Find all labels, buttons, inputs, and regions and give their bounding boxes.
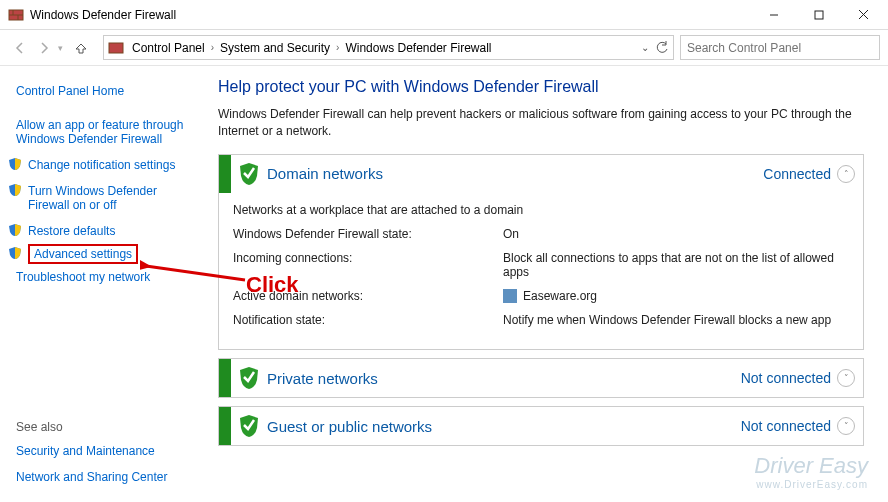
chevron-down-icon[interactable]: ˅ [837, 369, 855, 387]
sidebar-home[interactable]: Control Panel Home [10, 78, 200, 104]
svg-rect-8 [109, 43, 123, 53]
sidebar-allow-app[interactable]: Allow an app or feature through Windows … [10, 112, 200, 152]
guest-panel-title: Guest or public networks [267, 418, 432, 435]
incoming-label: Incoming connections: [233, 251, 503, 279]
address-dropdown-icon[interactable]: ⌄ [641, 42, 649, 53]
sidebar-security-maintenance[interactable]: Security and Maintenance [10, 438, 200, 464]
svg-rect-5 [815, 11, 823, 19]
chevron-down-icon[interactable]: ˅ [837, 417, 855, 435]
guest-networks-panel: Guest or public networks Not connected ˅ [218, 406, 864, 446]
domain-subdesc: Networks at a workplace that are attache… [233, 203, 849, 217]
status-bar [219, 407, 231, 445]
firewall-breadcrumb-icon [108, 40, 124, 56]
active-value: Easeware.org [503, 289, 849, 304]
domain-icon [503, 289, 517, 303]
sidebar-turn-onoff[interactable]: Turn Windows Defender Firewall on or off [10, 178, 200, 218]
sidebar: Control Panel Home Allow an app or featu… [0, 66, 210, 502]
shield-icon [8, 246, 22, 260]
minimize-button[interactable] [751, 0, 796, 29]
domain-panel-title: Domain networks [267, 165, 383, 182]
page-description: Windows Defender Firewall can help preve… [218, 106, 864, 140]
close-button[interactable] [841, 0, 886, 29]
domain-networks-panel: Domain networks Connected ˄ Networks at … [218, 154, 864, 351]
status-bar [219, 359, 231, 397]
sidebar-change-notification[interactable]: Change notification settings [10, 152, 200, 178]
active-label: Active domain networks: [233, 289, 503, 304]
guest-panel-header[interactable]: Guest or public networks Not connected ˅ [219, 407, 863, 445]
breadcrumb-leaf[interactable]: Windows Defender Firewall [343, 41, 493, 55]
private-panel-title: Private networks [267, 370, 378, 387]
chevron-up-icon[interactable]: ˄ [837, 165, 855, 183]
shield-icon [8, 157, 22, 171]
sidebar-restore-defaults[interactable]: Restore defaults [10, 218, 200, 244]
shield-check-icon [239, 366, 259, 390]
status-bar [219, 155, 231, 193]
forward-button[interactable] [32, 36, 56, 60]
state-value: On [503, 227, 849, 241]
incoming-value: Block all connections to apps that are n… [503, 251, 849, 279]
see-also-header: See also [10, 420, 200, 434]
private-panel-header[interactable]: Private networks Not connected ˅ [219, 359, 863, 397]
shield-check-icon [239, 162, 259, 186]
titlebar: Windows Defender Firewall [0, 0, 888, 30]
domain-panel-header[interactable]: Domain networks Connected ˄ [219, 155, 863, 193]
toolbar: ▾ Control Panel › System and Security › … [0, 30, 888, 66]
sidebar-advanced-settings[interactable]: Advanced settings [10, 244, 200, 264]
breadcrumb-root[interactable]: Control Panel [130, 41, 207, 55]
domain-panel-status: Connected [763, 166, 831, 182]
private-networks-panel: Private networks Not connected ˅ [218, 358, 864, 398]
search-input[interactable] [680, 35, 880, 60]
sidebar-network-sharing[interactable]: Network and Sharing Center [10, 464, 200, 490]
guest-panel-status: Not connected [741, 418, 831, 434]
page-heading: Help protect your PC with Windows Defend… [218, 78, 864, 96]
notif-label: Notification state: [233, 313, 503, 327]
main-content: Help protect your PC with Windows Defend… [210, 66, 888, 502]
chevron-right-icon: › [207, 42, 218, 53]
shield-icon [8, 223, 22, 237]
window-title: Windows Defender Firewall [30, 8, 751, 22]
domain-panel-body: Networks at a workplace that are attache… [219, 193, 863, 350]
up-button[interactable] [69, 36, 93, 60]
chevron-right-icon: › [332, 42, 343, 53]
notif-value: Notify me when Windows Defender Firewall… [503, 313, 849, 327]
back-button[interactable] [8, 36, 32, 60]
maximize-button[interactable] [796, 0, 841, 29]
shield-icon [8, 183, 22, 197]
sidebar-troubleshoot[interactable]: Troubleshoot my network [10, 264, 200, 290]
shield-check-icon [239, 414, 259, 438]
firewall-app-icon [8, 7, 24, 23]
address-bar[interactable]: Control Panel › System and Security › Wi… [103, 35, 674, 60]
state-label: Windows Defender Firewall state: [233, 227, 503, 241]
breadcrumb-mid[interactable]: System and Security [218, 41, 332, 55]
recent-dropdown-icon[interactable]: ▾ [56, 43, 65, 53]
private-panel-status: Not connected [741, 370, 831, 386]
refresh-icon[interactable] [655, 41, 669, 55]
